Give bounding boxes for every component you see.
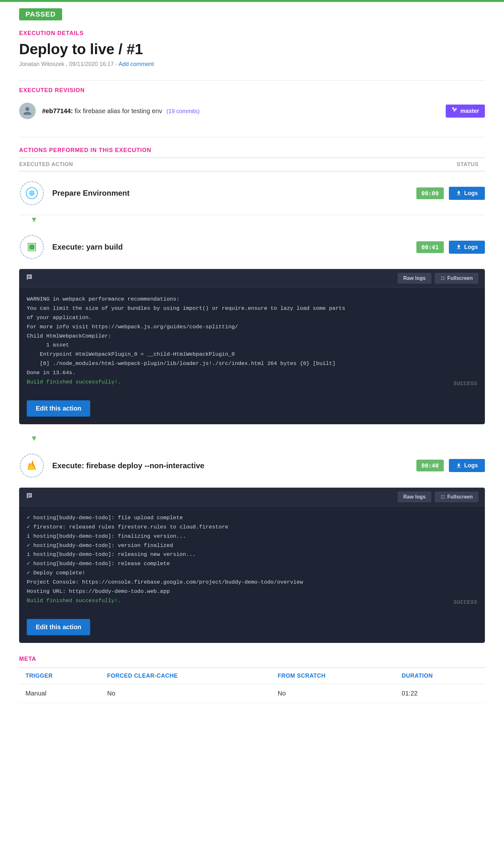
logs-btn-1[interactable]: Logs <box>449 241 485 254</box>
meta-th-trigger: TRIGGER <box>19 668 101 684</box>
actions-table-header: EXECUTED ACTION STATUS <box>19 157 485 171</box>
execution-date: 09/11/2020 16:17 <box>69 61 114 67</box>
fullscreen-btn-2[interactable]: Fullscreen <box>434 492 478 502</box>
action-icon-circle-0 <box>20 181 44 205</box>
connector-2: ▼ <box>19 434 485 443</box>
action-name-0: Prepare Environment <box>52 189 130 198</box>
log-line: 1 asset <box>27 341 477 350</box>
log-line: [0] ./node_modules/html-webpack-plugin/l… <box>27 359 477 368</box>
action-row-2: Execute: firebase deploy --non-interacti… <box>19 444 485 488</box>
meta-from-scratch-val: No <box>271 684 395 703</box>
log-panel-2-header: Raw logs Fullscreen <box>19 488 485 507</box>
log-line: i hosting[buddy-demo-todo]: releasing ne… <box>27 550 477 559</box>
col-status-header: STATUS <box>457 161 478 168</box>
log-line: ✓ hosting[buddy-demo-todo]: release comp… <box>27 559 477 569</box>
log-panel-2: Raw logs Fullscreen ✓ hosting[buddy-demo… <box>19 488 485 643</box>
log-success-status-1: SUCCESS <box>454 380 477 388</box>
svg-point-2 <box>31 192 32 194</box>
revision-left: #eb77144: fix firebase alias for testing… <box>19 103 199 119</box>
revision-text: #eb77144: fix firebase alias for testing… <box>42 107 199 115</box>
svg-rect-3 <box>29 244 35 250</box>
master-badge: master <box>446 105 485 118</box>
executed-revision-section: EXECUTED REVISION #eb77144: fix firebase… <box>19 87 485 124</box>
execution-date-sep: , <box>66 61 69 67</box>
log-line: Project Console: https://console.firebas… <box>27 578 477 587</box>
down-arrow-1: ▼ <box>30 215 38 224</box>
main-content: EXECUTION DETAILS Deploy to live / #1 Jo… <box>0 30 504 722</box>
edit-action-btn-1[interactable]: Edit this action <box>27 400 90 417</box>
logs-btn-0-label: Logs <box>464 190 478 197</box>
log-line: For more info visit https://webpack.js.o… <box>27 322 477 332</box>
yarn-build-icon <box>24 239 40 255</box>
meta-table-row: Manual No No 01:22 <box>19 684 485 703</box>
fullscreen-btn-1-label: Fullscreen <box>447 275 473 281</box>
log-line: Hosting URL: https://buddy-demo-todo.web… <box>27 587 477 597</box>
log-line: WARNING in webpack performance recommend… <box>27 295 477 304</box>
meta-section: META TRIGGER FORCED CLEAR-CACHE FROM SCR… <box>19 655 485 703</box>
action-icon-wrap-0 <box>19 180 45 206</box>
action-right-2: 00:40 Logs <box>416 459 485 472</box>
log-line: You can limit the size of your bundles b… <box>27 304 477 313</box>
log-body-2: ✓ hosting[buddy-demo-todo]: file upload … <box>19 507 485 613</box>
passed-badge-wrap: PASSED <box>0 2 504 30</box>
action-row-1: Execute: yarn build 00:41 Logs <box>19 225 485 269</box>
action-name-1: Execute: yarn build <box>52 243 123 252</box>
time-badge-2: 00:40 <box>416 459 444 471</box>
log-panel-1-buttons: Raw logs Fullscreen <box>398 273 478 284</box>
actions-section: ACTIONS PERFORMED IN THIS EXECUTION EXEC… <box>19 147 485 643</box>
execution-author: Jonatan Witoszek <box>19 61 64 67</box>
action-left-2: Execute: firebase deploy --non-interacti… <box>19 453 204 479</box>
meta-th-duration: DURATION <box>395 668 485 684</box>
log-success-1: Build finished successfully!. <box>27 378 477 387</box>
firebase-icon <box>24 458 40 473</box>
fullscreen-btn-1[interactable]: Fullscreen <box>434 273 478 284</box>
logs-btn-2[interactable]: Logs <box>449 459 485 472</box>
action-right-0: 00:00 Logs <box>416 187 485 200</box>
log-line: Done in 13.64s. <box>27 368 477 378</box>
log-panel-2-buttons: Raw logs Fullscreen <box>398 492 478 502</box>
log-line: Entrypoint HtmlWebpackPlugin_0 = __child… <box>27 350 477 359</box>
col-action-header: EXECUTED ACTION <box>19 161 73 168</box>
log-panel-1: Raw logs Fullscreen WARNING in webpack p… <box>19 269 485 424</box>
action-left-1: Execute: yarn build <box>19 234 123 260</box>
time-badge-1: 00:41 <box>416 241 444 253</box>
logs-btn-2-label: Logs <box>464 462 478 469</box>
divider-1 <box>19 80 485 81</box>
add-comment-link[interactable]: Add comment <box>119 61 154 67</box>
revision-message: fix firebase alias for testing env <box>75 107 162 115</box>
raw-logs-btn-2[interactable]: Raw logs <box>398 492 431 502</box>
logs-btn-0[interactable]: Logs <box>449 187 485 200</box>
meta-th-clear-cache: FORCED CLEAR-CACHE <box>101 668 271 684</box>
page-title: Deploy to live / #1 <box>19 41 485 58</box>
time-badge-0: 00:00 <box>416 187 444 199</box>
down-arrow-2: ▼ <box>30 434 38 443</box>
meta-duration-val: 01:22 <box>395 684 485 703</box>
log-line: Child HtmlWebpackCompiler: <box>27 332 477 341</box>
edit-action-btn-2[interactable]: Edit this action <box>27 619 90 635</box>
execution-details-label: EXECUTION DETAILS <box>19 30 485 37</box>
log-success-2: Build finished successfully!. <box>27 597 477 606</box>
connector-1: ▼ <box>19 215 485 224</box>
meta-th-from-scratch: FROM SCRATCH <box>271 668 395 684</box>
avatar <box>19 103 36 119</box>
execution-sep: - <box>115 61 119 67</box>
execution-meta: Jonatan Witoszek , 09/11/2020 16:17 - Ad… <box>19 61 485 67</box>
meta-trigger-val: Manual <box>19 684 101 703</box>
log-line: of your application. <box>27 313 477 322</box>
action-right-1: 00:41 Logs <box>416 241 485 254</box>
meta-table: TRIGGER FORCED CLEAR-CACHE FROM SCRATCH … <box>19 667 485 703</box>
prepare-env-icon <box>24 185 40 201</box>
divider-2 <box>19 137 485 137</box>
passed-badge: PASSED <box>19 8 62 20</box>
log-line: ✓ hosting[buddy-demo-todo]: file upload … <box>27 513 477 523</box>
action-row-0: Prepare Environment 00:00 Logs <box>19 171 485 215</box>
meta-table-header-row: TRIGGER FORCED CLEAR-CACHE FROM SCRATCH … <box>19 668 485 684</box>
action-icon-wrap-2 <box>19 453 45 479</box>
fullscreen-btn-2-label: Fullscreen <box>447 494 473 500</box>
logs-btn-1-label: Logs <box>464 244 478 251</box>
raw-logs-btn-1[interactable]: Raw logs <box>398 273 431 284</box>
action-icon-wrap-1 <box>19 234 45 260</box>
log-panel-1-icon <box>26 273 33 283</box>
log-success-status-2: SUCCESS <box>454 598 477 607</box>
executed-revision-label: EXECUTED REVISION <box>19 87 485 94</box>
